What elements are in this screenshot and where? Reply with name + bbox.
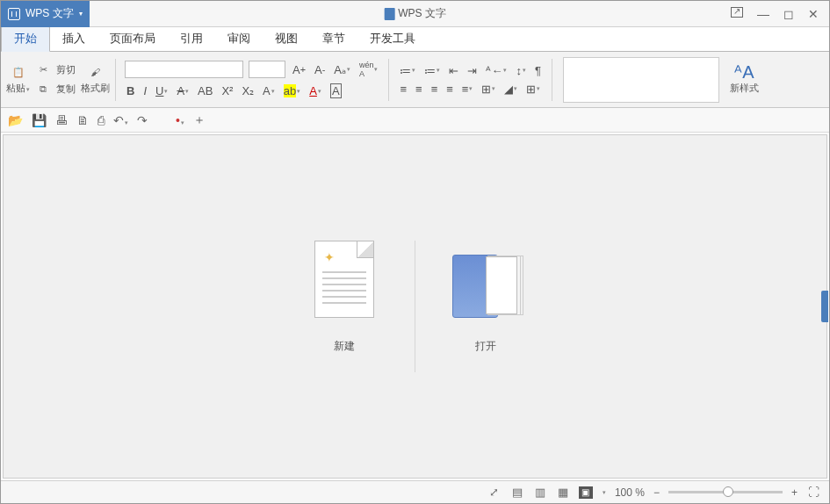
workspace: ✦ 新建 打开 <box>3 134 827 479</box>
subscript-button[interactable]: X₂ <box>240 83 256 98</box>
view-dropdown-icon[interactable]: ▾ <box>603 489 606 496</box>
new-style-icon: ᴬA <box>736 64 752 80</box>
style-gallery[interactable] <box>563 57 719 103</box>
strike-button[interactable]: A▾ <box>175 83 191 98</box>
highlight-button[interactable]: ab▾ <box>282 83 302 98</box>
numbering-button[interactable]: ≔▾ <box>422 63 442 78</box>
align-left-button[interactable]: ≡ <box>398 82 408 97</box>
web-view-icon[interactable]: ▦ <box>556 486 570 499</box>
paste-button[interactable]: 📋 粘贴▾ <box>6 64 30 95</box>
separator <box>115 59 116 101</box>
tab-page-layout[interactable]: 页面布局 <box>97 26 168 51</box>
tab-devtools[interactable]: 开发工具 <box>357 26 428 51</box>
app-brand[interactable]: WPS 文字 ▾ <box>1 1 90 27</box>
status-bar: ⤢ ▤ ▥ ▦ ▣ ▾ 100 % − + ⛶ <box>1 480 829 503</box>
open-document-option[interactable]: 打开 <box>415 241 556 372</box>
title-bar: WPS 文字 ▾ WPS 文字 — ◻ ✕ <box>1 1 829 27</box>
zoom-out-button[interactable]: − <box>653 486 660 499</box>
quick-access-bar: 📂 💾 🖶 🗎 ⎙ ↶▾ ↷ •▾ ＋ <box>1 108 829 133</box>
separator <box>388 59 389 101</box>
emphasis-button[interactable]: AB <box>196 83 214 98</box>
borders-button[interactable]: ⊞▾ <box>524 82 542 97</box>
show-marks-button[interactable]: ¶ <box>533 63 543 78</box>
window-controls: — ◻ ✕ <box>731 7 829 21</box>
decrease-indent-button[interactable]: ⇤ <box>447 63 460 78</box>
align-justify-button[interactable]: ≡ <box>444 82 455 97</box>
change-case-button[interactable]: Aₐ▾ <box>332 62 352 77</box>
zoom-slider[interactable] <box>668 491 783 493</box>
clipboard-icon: 📋 <box>11 64 26 80</box>
open-label: 打开 <box>475 339 496 354</box>
scissors-icon: ✂ <box>35 62 51 78</box>
shading-button[interactable]: ◢▾ <box>502 82 519 97</box>
copy-button[interactable]: ⧉复制 <box>35 82 76 97</box>
paste-label: 粘贴 <box>6 83 25 93</box>
fullscreen-icon[interactable]: ⛶ <box>806 486 820 499</box>
export-icon[interactable]: ⎙ <box>97 113 105 127</box>
new-label: 新建 <box>334 339 355 354</box>
bullets-button[interactable]: ≔▾ <box>398 63 417 78</box>
align-distribute-button[interactable]: ≡▾ <box>460 82 475 97</box>
popout-icon[interactable] <box>731 7 743 18</box>
increase-indent-button[interactable]: ⇥ <box>466 63 479 78</box>
document-icon <box>384 8 394 20</box>
page-view-icon[interactable]: ▤ <box>510 486 524 499</box>
superscript-button[interactable]: X² <box>220 83 235 98</box>
text-effects-button[interactable]: A▾ <box>261 83 277 98</box>
align-center-button[interactable]: ≡ <box>414 82 424 97</box>
copy-icon: ⧉ <box>35 82 51 97</box>
grow-font-button[interactable]: A+ <box>291 62 307 77</box>
align-right-button[interactable]: ≡ <box>429 82 440 97</box>
shrink-font-button[interactable]: A- <box>313 62 327 77</box>
doc-title-text: WPS 文字 <box>398 6 446 21</box>
open-folder-graphic <box>452 241 519 318</box>
maximize-button[interactable]: ◻ <box>783 7 794 21</box>
open-folder-icon[interactable]: 📂 <box>8 113 23 127</box>
outline-view-icon[interactable]: ▥ <box>533 486 547 499</box>
zoom-level[interactable]: 100 % <box>615 486 645 499</box>
char-border-button[interactable]: A <box>328 83 343 99</box>
new-document-icon: ✦ <box>314 241 374 318</box>
brush-icon: 🖌 <box>88 64 104 80</box>
cut-button[interactable]: ✂剪切 <box>35 62 76 78</box>
bold-button[interactable]: B <box>125 83 136 98</box>
underline-button[interactable]: U▾ <box>154 83 170 98</box>
tab-view[interactable]: 视图 <box>263 26 310 51</box>
tab-section[interactable]: 章节 <box>310 26 357 51</box>
phonetic-guide-button[interactable]: wénA▾ <box>357 60 380 79</box>
italic-button[interactable]: I <box>141 83 148 98</box>
text-direction-button[interactable]: ᴬ←▾ <box>484 63 509 78</box>
record-icon[interactable]: •▾ <box>176 113 184 127</box>
tab-reference[interactable]: 引用 <box>168 26 215 51</box>
font-size-select[interactable] <box>249 61 285 78</box>
app-menu-dropdown-icon[interactable]: ▾ <box>79 10 83 18</box>
new-style-button[interactable]: ᴬA 新样式 <box>730 64 759 95</box>
new-document-option[interactable]: ✦ 新建 <box>274 241 415 372</box>
print-icon[interactable]: 🖶 <box>55 113 68 127</box>
tab-start[interactable]: 开始 <box>1 25 50 52</box>
fit-width-icon[interactable]: ⤢ <box>487 486 502 499</box>
undo-button[interactable]: ↶▾ <box>113 113 128 127</box>
font-family-select[interactable] <box>125 61 243 78</box>
separator <box>552 59 552 101</box>
side-panel-handle[interactable] <box>821 291 828 322</box>
tab-insert[interactable]: 插入 <box>50 26 97 51</box>
app-name: WPS 文字 <box>25 6 74 21</box>
close-button[interactable]: ✕ <box>808 7 819 21</box>
window-title: WPS 文字 <box>384 6 446 21</box>
add-icon[interactable]: ＋ <box>193 112 206 128</box>
start-options: ✦ 新建 打开 <box>274 241 556 372</box>
save-icon[interactable]: 💾 <box>32 113 47 127</box>
format-painter-button[interactable]: 🖌 格式刷 <box>81 64 110 95</box>
line-spacing-button[interactable]: ↕▾ <box>514 63 528 78</box>
ribbon: 📋 粘贴▾ ✂剪切 ⧉复制 🖌 格式刷 A+ A- Aₐ▾ wénA▾ B I … <box>1 52 829 108</box>
tab-review[interactable]: 审阅 <box>215 26 263 51</box>
wps-logo-icon <box>8 8 20 20</box>
font-color-button[interactable]: A▾ <box>307 83 323 98</box>
minimize-button[interactable]: — <box>757 7 769 21</box>
print-preview-icon[interactable]: 🗎 <box>76 113 89 127</box>
redo-button[interactable]: ↷ <box>137 113 148 127</box>
tab-stops-button[interactable]: ⊞▾ <box>480 82 497 97</box>
zoom-in-button[interactable]: + <box>791 486 798 499</box>
reading-view-icon[interactable]: ▣ <box>579 486 593 499</box>
